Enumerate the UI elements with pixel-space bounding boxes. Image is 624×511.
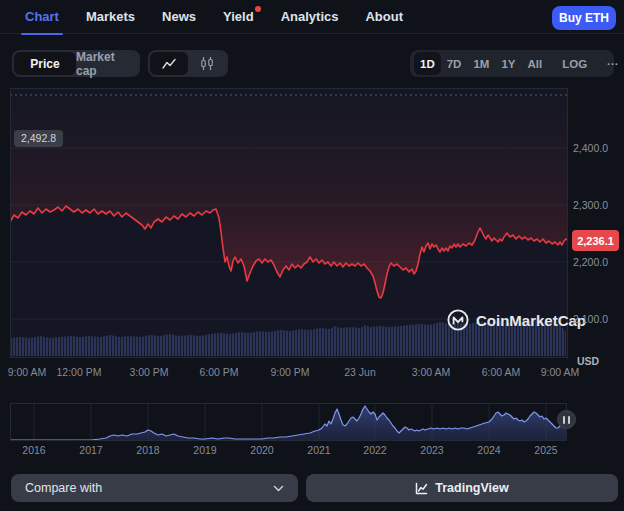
tradingview-icon [415, 482, 428, 495]
buy-eth-button[interactable]: Buy ETH [552, 6, 616, 30]
candlestick-chart-type-button[interactable] [188, 52, 226, 75]
more-options-button[interactable]: ··· [601, 52, 624, 75]
y-axis-label: 2,300.0 [573, 199, 608, 212]
toggle-option-price[interactable]: Price [14, 52, 76, 75]
nav-item-chart[interactable]: Chart [25, 0, 59, 34]
x-axis-label: 12:00 PM [57, 366, 102, 378]
range-button-1m[interactable]: 1M [467, 52, 495, 75]
year-label-2019: 2019 [193, 444, 216, 456]
watermark-text: CoinMarketCap [476, 312, 586, 329]
x-axis-label: 3:00 PM [129, 366, 168, 378]
year-label-2024: 2024 [477, 444, 500, 456]
chevron-down-icon [273, 485, 284, 492]
reference-price-label: 2,492.8 [14, 130, 63, 147]
range-button-7d[interactable]: 7D [441, 52, 468, 75]
log-scale-button[interactable]: LOG [556, 52, 593, 75]
nav-item-news[interactable]: News [162, 0, 196, 34]
line-chart-type-button[interactable] [150, 52, 188, 75]
y-axis-label: 2,200.0 [573, 256, 608, 269]
time-range-selector: 1D7D1M1YAllLOG··· [410, 50, 614, 77]
x-axis-label: 9:00 PM [270, 366, 309, 378]
y-axis-label: 2,100.0 [573, 313, 608, 326]
range-selector-chart[interactable] [10, 403, 567, 441]
x-axis-label: 6:00 PM [199, 366, 238, 378]
nav-item-about[interactable]: About [365, 0, 403, 34]
year-label-2020: 2020 [250, 444, 273, 456]
tradingview-button[interactable]: TradingView [306, 474, 618, 502]
range-button-all[interactable]: All [521, 52, 548, 75]
x-axis-label: 3:00 AM [412, 366, 451, 378]
nav-item-analytics[interactable]: Analytics [281, 0, 339, 34]
compare-with-dropdown[interactable]: Compare with [11, 474, 298, 502]
x-axis-label: 9:00 AM [8, 366, 47, 378]
coinmarketcap-chart-page: ChartMarketsNewsYieldAnalyticsAbout Buy … [0, 0, 624, 511]
nav-item-yield[interactable]: Yield [223, 0, 254, 34]
coinmarketcap-watermark: CoinMarketCap [447, 309, 586, 331]
year-label-2018: 2018 [136, 444, 159, 456]
year-label-2021: 2021 [307, 444, 330, 456]
year-label-2023: 2023 [420, 444, 443, 456]
x-axis-label: 6:00 AM [482, 366, 521, 378]
nav-item-markets[interactable]: Markets [86, 0, 135, 34]
usd-axis-label: USD [577, 355, 599, 367]
toggle-option-market-cap[interactable]: Market cap [76, 52, 138, 75]
year-label-2016: 2016 [22, 444, 45, 456]
main-price-chart[interactable]: 2,492.8 CoinMarketCap [10, 88, 568, 358]
candlestick-icon [199, 56, 215, 71]
year-label-2025: 2025 [534, 444, 557, 456]
y-axis-label: 2,400.0 [573, 142, 608, 155]
price-marketcap-toggle: PriceMarket cap [12, 50, 140, 77]
range-button-1d[interactable]: 1D [414, 52, 441, 75]
chart-type-toggle [148, 50, 228, 77]
range-handle[interactable] [557, 410, 576, 429]
current-price-badge: 2,236.1 [572, 230, 619, 251]
notification-dot [255, 6, 261, 12]
top-nav: ChartMarketsNewsYieldAnalyticsAbout [0, 0, 624, 34]
tradingview-label: TradingView [435, 481, 508, 495]
year-label-2017: 2017 [79, 444, 102, 456]
coinmarketcap-logo-icon [447, 309, 469, 331]
x-axis-label: 23 Jun [344, 366, 376, 378]
compare-with-label: Compare with [25, 481, 102, 495]
range-button-1y[interactable]: 1Y [495, 52, 521, 75]
x-axis-label: 9:00 AM [541, 366, 580, 378]
year-label-2022: 2022 [363, 444, 386, 456]
line-chart-icon [161, 57, 177, 71]
